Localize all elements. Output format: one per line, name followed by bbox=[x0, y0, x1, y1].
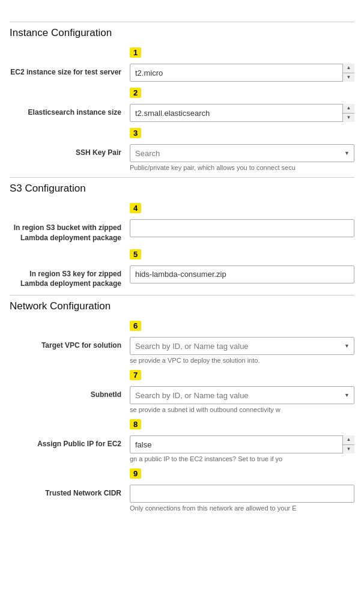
badge-row-network-config-0: 6 bbox=[10, 321, 354, 335]
param-control-network-config-3: Only connections from this network are a… bbox=[130, 485, 354, 512]
stepper-up-network-config-2[interactable]: ▲ bbox=[343, 435, 354, 445]
stepper-up-instance-config-0[interactable]: ▲ bbox=[343, 64, 354, 73]
stepper-up-instance-config-1[interactable]: ▲ bbox=[343, 104, 354, 114]
sections-container: Instance Configuration1EC2 instance size… bbox=[10, 22, 354, 512]
param-control-network-config-2: falsetrue▲▼gn a public IP to the EC2 ins… bbox=[130, 435, 354, 462]
search-select-wrapper-network-config-1 bbox=[130, 386, 354, 404]
text-input-s3-config-1[interactable] bbox=[130, 265, 354, 283]
param-badge-instance-config-0: 1 bbox=[130, 47, 141, 58]
badge-row-network-config-3: 9 bbox=[10, 468, 354, 482]
param-hint-network-config-3: Only connections from this network are a… bbox=[130, 504, 354, 512]
param-label-network-config-1: SubnetId bbox=[10, 386, 130, 400]
section-title-instance-config: Instance Configuration bbox=[10, 27, 354, 39]
badge-row-instance-config-0: 1 bbox=[10, 47, 354, 61]
param-label-instance-config-0: EC2 instance size for test server bbox=[10, 64, 130, 77]
search-input-instance-config-2[interactable] bbox=[130, 144, 354, 162]
param-control-network-config-1: se provide a subnet id with outbound con… bbox=[130, 386, 354, 413]
stepper-down-instance-config-1[interactable]: ▼ bbox=[343, 114, 354, 123]
param-badge-instance-config-2: 3 bbox=[130, 128, 141, 138]
stepper-down-network-config-2[interactable]: ▼ bbox=[343, 445, 354, 454]
text-input-network-config-3[interactable] bbox=[130, 485, 354, 503]
stepper-select-network-config-2[interactable]: falsetrue bbox=[130, 435, 354, 453]
stepper-wrapper-network-config-2: falsetrue▲▼ bbox=[130, 435, 354, 453]
badge-row-instance-config-2: 3 bbox=[10, 128, 354, 142]
badge-row-instance-config-1: 2 bbox=[10, 88, 354, 101]
section-title-network-config: Network Configuration bbox=[10, 300, 354, 312]
search-input-network-config-1[interactable] bbox=[130, 386, 354, 404]
param-row-network-config-1: SubnetIdse provide a subnet id with outb… bbox=[10, 386, 354, 413]
param-badge-s3-config-1: 5 bbox=[130, 249, 141, 259]
param-row-s3-config-0: In region S3 bucket with zipped Lambda d… bbox=[10, 219, 354, 243]
param-control-s3-config-1 bbox=[130, 265, 354, 283]
param-control-instance-config-1: t2.small.elasticsearcht2.medium.elastics… bbox=[130, 104, 354, 122]
stepper-wrapper-instance-config-0: t2.microt2.smallt2.mediumt2.large▲▼ bbox=[130, 64, 354, 82]
param-row-instance-config-1: Elasticsearch instance sizet2.small.elas… bbox=[10, 104, 354, 122]
param-hint-network-config-0: se provide a VPC to deploy the solution … bbox=[130, 357, 354, 364]
param-hint-network-config-1: se provide a subnet id with outbound con… bbox=[130, 406, 354, 413]
section-divider-network-config bbox=[10, 295, 354, 295]
stepper-select-instance-config-0[interactable]: t2.microt2.smallt2.mediumt2.large bbox=[130, 64, 354, 82]
page-container: Instance Configuration1EC2 instance size… bbox=[0, 0, 364, 530]
badge-row-network-config-1: 7 bbox=[10, 370, 354, 384]
param-row-network-config-2: Assign Public IP for EC2falsetrue▲▼gn a … bbox=[10, 435, 354, 462]
param-label-network-config-2: Assign Public IP for EC2 bbox=[10, 435, 130, 449]
param-row-instance-config-2: SSH Key PairPublic/private key pair, whi… bbox=[10, 144, 354, 171]
param-control-instance-config-2: Public/private key pair, which allows yo… bbox=[130, 144, 354, 171]
section-divider-s3-config bbox=[10, 177, 354, 178]
param-row-network-config-3: Trusted Network CIDROnly connections fro… bbox=[10, 485, 354, 512]
text-input-s3-config-0[interactable] bbox=[130, 219, 354, 237]
badge-row-network-config-2: 8 bbox=[10, 419, 354, 433]
param-label-s3-config-0: In region S3 bucket with zipped Lambda d… bbox=[10, 219, 130, 243]
param-badge-instance-config-1: 2 bbox=[130, 88, 141, 98]
param-control-instance-config-0: t2.microt2.smallt2.mediumt2.large▲▼ bbox=[130, 64, 354, 82]
param-label-network-config-3: Trusted Network CIDR bbox=[10, 485, 130, 498]
param-badge-network-config-2: 8 bbox=[130, 419, 141, 429]
param-hint-instance-config-2: Public/private key pair, which allows yo… bbox=[130, 164, 354, 171]
stepper-down-instance-config-0[interactable]: ▼ bbox=[343, 73, 354, 82]
param-control-network-config-0: se provide a VPC to deploy the solution … bbox=[130, 337, 354, 364]
param-label-s3-config-1: In region S3 key for zipped Lambda deplo… bbox=[10, 265, 130, 289]
param-row-instance-config-0: EC2 instance size for test servert2.micr… bbox=[10, 64, 354, 82]
badge-row-s3-config-0: 4 bbox=[10, 203, 354, 217]
param-badge-network-config-3: 9 bbox=[130, 468, 141, 479]
param-row-s3-config-1: In region S3 key for zipped Lambda deplo… bbox=[10, 265, 354, 289]
search-select-wrapper-network-config-0 bbox=[130, 337, 354, 355]
param-badge-network-config-1: 7 bbox=[130, 370, 141, 380]
stepper-arrows-instance-config-0[interactable]: ▲▼ bbox=[342, 64, 354, 82]
badge-row-s3-config-1: 5 bbox=[10, 249, 354, 263]
stepper-select-instance-config-1[interactable]: t2.small.elasticsearcht2.medium.elastics… bbox=[130, 104, 354, 122]
search-select-wrapper-instance-config-2 bbox=[130, 144, 354, 162]
section-divider-instance-config bbox=[10, 22, 354, 22]
section-title-s3-config: S3 Configuration bbox=[10, 183, 354, 195]
param-label-instance-config-2: SSH Key Pair bbox=[10, 144, 130, 158]
param-control-s3-config-0 bbox=[130, 219, 354, 237]
param-label-network-config-0: Target VPC for solution bbox=[10, 337, 130, 351]
search-input-network-config-0[interactable] bbox=[130, 337, 354, 355]
stepper-arrows-instance-config-1[interactable]: ▲▼ bbox=[342, 104, 354, 122]
stepper-arrows-network-config-2[interactable]: ▲▼ bbox=[342, 435, 354, 453]
stepper-wrapper-instance-config-1: t2.small.elasticsearcht2.medium.elastics… bbox=[130, 104, 354, 122]
param-badge-network-config-0: 6 bbox=[130, 321, 141, 331]
param-badge-s3-config-0: 4 bbox=[130, 203, 141, 213]
param-row-network-config-0: Target VPC for solutionse provide a VPC … bbox=[10, 337, 354, 364]
param-label-instance-config-1: Elasticsearch instance size bbox=[10, 104, 130, 118]
param-hint-network-config-2: gn a public IP to the EC2 instances? Set… bbox=[130, 455, 354, 462]
